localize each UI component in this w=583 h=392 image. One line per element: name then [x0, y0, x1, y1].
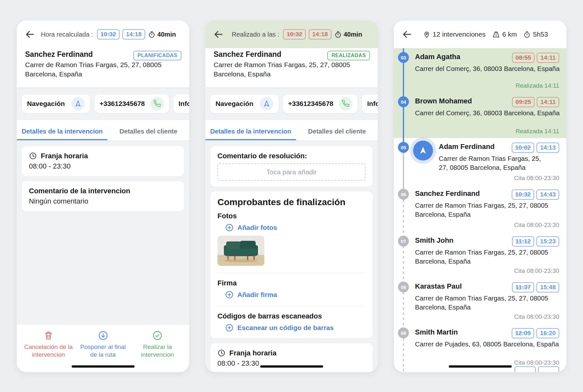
old-time-chip: 09:25: [512, 97, 535, 107]
stop-name: Adam Agatha: [415, 53, 460, 61]
old-time-chip: 11:12: [512, 236, 534, 247]
stop-status: Realizada 14:11: [415, 82, 559, 89]
scan-barcode-button[interactable]: Escanear un código de barras: [225, 324, 366, 332]
postpone-button[interactable]: Posponer al final de la ruta: [76, 331, 130, 359]
stop-item-07[interactable]: 07 Smith John 11:12 15:23 Carrer de Ramo…: [394, 232, 566, 278]
stop-address: Carrer de Ramon Trias Fargas, 25, 27, 08…: [439, 154, 547, 172]
new-time-chip: 14:13: [536, 143, 559, 153]
three-phone-screens: Hora recalculada : 10:32 14:18 40min San…: [0, 0, 583, 392]
client-address-line1: Carrer de Ramon Trias Fargas, 25, 27, 08…: [214, 61, 350, 68]
stop-number-badge: 06: [398, 189, 409, 200]
stop-item-08[interactable]: 08 Karastas Paul 11:37 15:48 Carrer de R…: [394, 278, 566, 324]
navigation-button[interactable]: Navegación: [22, 94, 90, 113]
clock-icon: [29, 152, 37, 160]
back-arrow-icon[interactable]: [24, 29, 35, 40]
timeslot-title: Franja horaria: [229, 349, 277, 357]
add-photos-button[interactable]: Añadir fotos: [225, 223, 366, 232]
client-address-line1: Carrer de Ramon Trias Fargas, 25, 27, 08…: [25, 61, 162, 68]
interventions-count: 12 intervenciones: [433, 30, 486, 38]
phone-icon: [150, 97, 164, 110]
back-arrow-icon[interactable]: [213, 29, 224, 40]
add-signature-button[interactable]: Añadir firma: [225, 291, 366, 299]
call-client-button[interactable]: +33612345678: [94, 94, 169, 113]
navigation-button-label: Navegación: [27, 100, 65, 108]
tab-intervention-details[interactable]: Detalles de la intervencion: [17, 122, 108, 140]
back-arrow-icon[interactable]: [402, 29, 412, 40]
circle-check-icon: [153, 331, 162, 340]
resolution-comment-card: Comentario de resolución: Toca para añad…: [210, 146, 373, 187]
tab-client-details[interactable]: Detalles del cliente: [296, 122, 378, 140]
stop-name: Sanchez Ferdinand: [415, 189, 480, 198]
quick-actions: Navegación +33612345678 Infor: [205, 87, 378, 120]
tab-intervention-details[interactable]: Detalles de la intervencion: [205, 122, 296, 140]
cancel-intervention-button[interactable]: Cancelación de la intervencion: [21, 331, 76, 359]
completion-proofs-card: Comprobantes de finalización Fotos Añadi…: [210, 191, 373, 338]
stop-status: Cita 08:00-23:30: [415, 222, 559, 229]
screen2-header: Realizado a las : 10:32 14:18 40min: [205, 21, 378, 48]
next-stop-chips-partial: [515, 366, 559, 372]
client-address-line2: Barcelona, España: [25, 70, 82, 78]
screen1-content: Franja horaria 08:00 - 23:30 Comentario …: [17, 140, 189, 325]
section-divider: [217, 306, 366, 306]
tab-client-details[interactable]: Detalles del cliente: [108, 122, 189, 140]
barcodes-section-title: Códigos de barras escaneados: [217, 312, 366, 320]
scan-barcode-label: Escanear un código de barras: [237, 324, 334, 332]
section-divider: [217, 273, 366, 273]
stop-item-04[interactable]: 04 Brown Mohamed 09:25 14:11 Carrer del …: [394, 92, 566, 138]
old-time-chip: 10:32: [97, 29, 120, 39]
couch-photo-thumbnail[interactable]: [217, 236, 264, 266]
resolution-input[interactable]: Toca para añadir: [217, 163, 366, 181]
client-block: Sanchez Ferdinand REALIZADAS Carrer de R…: [205, 48, 378, 87]
stop-name: Brown Mohamed: [415, 97, 472, 105]
trash-icon: [44, 331, 53, 340]
recalculated-time-label: Hora recalculada :: [41, 31, 93, 38]
circle-plus-icon: [225, 324, 234, 332]
info-button-label: Infor: [179, 100, 189, 108]
stop-item-03[interactable]: 03 Adam Agatha 08:55 14:11 Carrer del Co…: [394, 48, 566, 92]
cancel-intervention-label: Cancelación de la intervencion: [24, 343, 73, 359]
timeslot-title: Franja horaria: [41, 152, 88, 160]
quick-actions: Navegación +33612345678 Infor: [17, 87, 189, 120]
info-button[interactable]: Infor: [362, 94, 378, 113]
stop-number-badge: 03: [398, 52, 409, 63]
stop-item-05-current[interactable]: 05 Adam Ferdinand 10:02 14:13 Carrer de …: [394, 138, 566, 185]
client-block: Sanchez Ferdinand PLANIFICADAS Carrer de…: [17, 48, 189, 87]
navigation-button[interactable]: Navegación: [210, 94, 278, 113]
timeslot-card: Franja horaria 08:00 - 23:30: [210, 343, 373, 372]
nav-arrow-icon: [260, 97, 273, 110]
stop-number-badge: 08: [398, 282, 409, 292]
add-signature-label: Añadir firma: [237, 291, 277, 299]
clock-icon: [217, 349, 225, 357]
stop-status: Cita 08:00-23:30: [415, 313, 559, 320]
stop-address: Carrer de Ramon Trias Fargas, 25, 27, 08…: [415, 294, 559, 312]
route-distance: 6 km: [502, 30, 517, 38]
stop-item-09[interactable]: 09 Smith Martin 12:09 16:20 Carrer de Pu…: [394, 324, 566, 370]
old-time-chip: 10:32: [283, 29, 306, 39]
route-timeline-list: 03 Adam Agatha 08:55 14:11 Carrer del Co…: [394, 48, 566, 372]
resolution-title: Comentario de resolución:: [217, 152, 366, 160]
circle-arrow-down-icon: [98, 331, 108, 340]
timeslot-value: 08:00 - 23:30: [29, 162, 177, 170]
screen-intervention-planned: Hora recalculada : 10:32 14:18 40min San…: [17, 21, 189, 372]
info-button[interactable]: Infor: [173, 94, 189, 113]
new-time-chip: 14:43: [536, 189, 559, 200]
new-time-chip: 14:11: [537, 53, 559, 63]
phone-icon: [339, 97, 352, 110]
complete-intervention-button[interactable]: Realizar la intervencion: [130, 331, 185, 359]
photos-section-title: Fotos: [217, 212, 366, 220]
new-time-chip: 15:23: [536, 236, 559, 247]
stop-number-badge: 05: [398, 142, 409, 153]
stop-item-06[interactable]: 06 Sanchez Ferdinand 10:32 14:43 Carrer …: [394, 185, 566, 232]
stop-address: Carrer del Comerç, 36, 08003 Barcelona, …: [415, 109, 559, 118]
stopwatch-icon: [148, 31, 155, 38]
info-button-label: Infor: [367, 100, 378, 108]
call-client-button[interactable]: +33612345678: [283, 94, 358, 113]
stop-status: Realizada 14:11: [415, 128, 559, 135]
stop-name: Karastas Paul: [415, 282, 462, 291]
complete-intervention-label: Realizar la intervencion: [133, 343, 182, 359]
signature-section-title: Firma: [217, 279, 366, 287]
stop-name: Smith Martin: [415, 328, 458, 336]
duration-label: 40min: [157, 31, 176, 38]
old-time-chip: 10:32: [512, 189, 534, 200]
stop-number-badge: 07: [398, 236, 409, 247]
